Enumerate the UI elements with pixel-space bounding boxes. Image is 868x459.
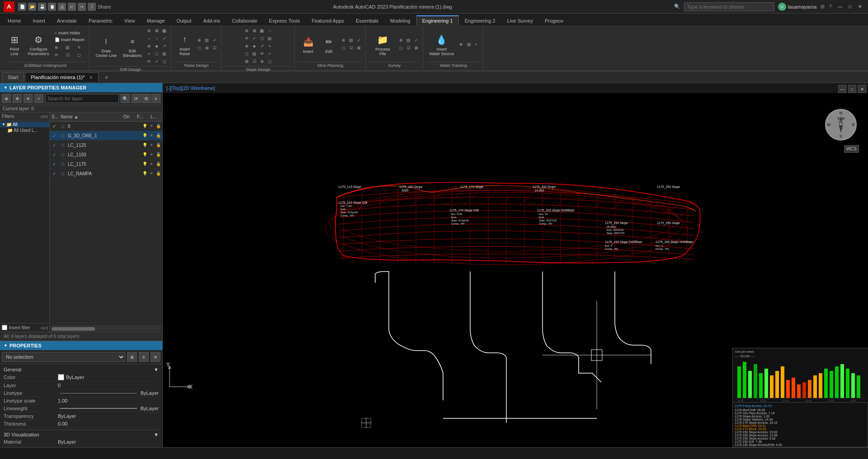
new-icon[interactable]: 📄: [18, 3, 26, 11]
layer-settings-btn[interactable]: ⚙: [142, 94, 151, 103]
viewport-maximize[interactable]: □: [848, 85, 856, 93]
survey-s1[interactable]: ⊕: [397, 37, 405, 44]
layer-row-g3d[interactable]: ✓ ◻ G_3D_ORE_1 💡 ☀ 🔓: [50, 131, 162, 141]
tab-planificacion[interactable]: Planificación minera (1)* ✕: [25, 72, 98, 82]
mp-s2[interactable]: ▤: [348, 37, 355, 44]
layer-bulb-lc1175[interactable]: 💡: [142, 161, 148, 167]
survey-s3[interactable]: ✓: [413, 37, 420, 44]
pivot-line-button[interactable]: ⊞ PivotLine: [5, 32, 24, 57]
tab-livesurvey[interactable]: Live Survey: [501, 16, 539, 25]
properties-collapse-icon[interactable]: ▼: [4, 343, 8, 348]
drift-s2[interactable]: ⊠: [153, 27, 160, 34]
raise-s4[interactable]: ◻: [196, 44, 203, 52]
layer-bulb-g3d[interactable]: 💡: [142, 132, 148, 139]
water-s2[interactable]: ▤: [465, 41, 472, 48]
filter-all-used[interactable]: 📁 All Used L...: [5, 127, 49, 133]
stope-s1[interactable]: ⊕: [243, 27, 250, 34]
tab-insert[interactable]: Insert: [27, 16, 51, 25]
raise-s5[interactable]: ⊠: [203, 44, 211, 52]
filter-all[interactable]: ▼ 📁 All: [0, 122, 49, 127]
tab-engineering1[interactable]: Engineering 1: [416, 15, 459, 25]
stope-s11[interactable]: ↗: [259, 42, 266, 50]
tab-output[interactable]: Output: [171, 16, 198, 25]
insert-water-button[interactable]: 💧 InsertWater Source: [427, 32, 457, 57]
prop-btn1[interactable]: ⊕: [127, 352, 137, 362]
layer-scrollbar[interactable]: [52, 327, 160, 331]
new-froze-layer-btn[interactable]: ❄: [13, 94, 22, 103]
redo-icon[interactable]: ↪: [78, 3, 86, 11]
tab-featured[interactable]: Featured Apps: [306, 16, 350, 25]
stope-s13[interactable]: ◻: [243, 50, 250, 57]
drift-s13[interactable]: ⟳: [146, 58, 153, 65]
layer-row-lc1150[interactable]: ✓ ◻ LC_1150 💡 ☀ 🔓: [50, 150, 162, 159]
layer-sun-lc1175[interactable]: ☀: [148, 161, 155, 167]
stope-s2[interactable]: ⊠: [251, 27, 258, 34]
layer-row-lc1175[interactable]: ✓ ◻ LC_1175 💡 ☀ 🔓: [50, 159, 162, 169]
drift-s1[interactable]: ⊕: [146, 27, 153, 34]
survey-s2[interactable]: ▤: [405, 37, 412, 44]
viewport-minimize[interactable]: —: [838, 85, 846, 93]
layer-lock-lc1150[interactable]: 🔓: [155, 151, 161, 158]
prop-value-color[interactable]: ByLayer: [58, 374, 159, 380]
stope-s19[interactable]: ⊕: [259, 58, 266, 65]
stope-s3[interactable]: ▦: [259, 27, 266, 34]
prop-3d-header[interactable]: 3D Visualization ▼: [4, 430, 159, 438]
filter-collapse2-btn[interactable]: ◁◁: [40, 325, 47, 330]
help-icon[interactable]: ?: [829, 4, 832, 10]
layer-lock-0[interactable]: 🔓: [155, 123, 161, 129]
drift-s6[interactable]: ⤢: [161, 35, 168, 42]
tab-view[interactable]: View: [118, 16, 141, 25]
drill-sub6[interactable]: ◻: [75, 52, 83, 59]
layer-sun-0[interactable]: ☀: [148, 123, 155, 129]
close-doc-tab[interactable]: ✕: [89, 75, 93, 80]
layer-search-btn[interactable]: 🔍: [121, 94, 130, 103]
undo-icon[interactable]: ↩: [68, 3, 76, 11]
tab-start[interactable]: Start: [2, 72, 24, 82]
layer-scrollbar-thumb[interactable]: [52, 327, 95, 331]
print-icon[interactable]: 🖨: [58, 3, 66, 11]
viewport-close[interactable]: ✕: [858, 85, 866, 93]
delete-layer-btn[interactable]: ✕: [24, 94, 33, 103]
mp-s4[interactable]: ◻: [340, 44, 347, 52]
layer-lock-lc1125[interactable]: 🔓: [155, 142, 161, 148]
stope-s10[interactable]: ◈: [251, 42, 258, 50]
raise-s2[interactable]: ▤: [203, 37, 211, 44]
survey-s4[interactable]: ◻: [397, 44, 405, 52]
layer-bulb-lc1125[interactable]: 💡: [142, 142, 148, 148]
tab-progeox[interactable]: Progeox: [539, 16, 569, 25]
stope-s12[interactable]: ⌖: [266, 42, 274, 50]
edit-mp-button[interactable]: ✏ Edit: [319, 34, 339, 55]
tab-home[interactable]: Home: [2, 16, 27, 25]
layer-manager-collapse-icon[interactable]: ▼: [4, 85, 8, 90]
drill-sub5[interactable]: ☑: [64, 52, 71, 59]
prop-btn3[interactable]: ✕: [151, 352, 160, 362]
share-icon[interactable]: ⤴: [88, 3, 96, 11]
prop-selector[interactable]: No selection: [2, 352, 125, 362]
layer-search-input[interactable]: [45, 94, 119, 103]
layer-row-lcrampa[interactable]: ✓ ◻ LC_RAMPA 💡 ☀ 🔓: [50, 169, 162, 178]
layer-more-btn[interactable]: ≡: [151, 94, 160, 103]
water-s1[interactable]: ⊕: [458, 41, 465, 48]
drift-s5[interactable]: ↕: [153, 35, 160, 42]
prop-btn2[interactable]: ≡: [139, 352, 149, 362]
stope-s6[interactable]: ✓: [251, 35, 258, 42]
stope-s7[interactable]: ◻: [259, 35, 266, 42]
stope-s9[interactable]: ⊕: [243, 42, 250, 50]
drill-sub3[interactable]: ✎: [75, 44, 83, 51]
stope-s14[interactable]: ▤: [251, 50, 258, 57]
save-as-icon[interactable]: 📋: [48, 3, 56, 11]
raise-s1[interactable]: ⊕: [196, 37, 203, 44]
drift-s7[interactable]: ⊕: [146, 42, 153, 50]
mp-s3[interactable]: ✓: [355, 37, 363, 44]
mp-s6[interactable]: ⊠: [355, 44, 363, 52]
process-file-button[interactable]: 📁 ProcessFile: [369, 32, 396, 57]
tab-parametric[interactable]: Parametric: [83, 16, 118, 25]
stope-s15[interactable]: ⟳: [259, 50, 266, 57]
stope-s20[interactable]: ◻: [266, 58, 274, 65]
tab-manage[interactable]: Manage: [141, 16, 171, 25]
layer-bulb-0[interactable]: 💡: [142, 123, 148, 129]
insert-report-button[interactable]: 📄 Insert Report: [53, 37, 86, 43]
layer-lock-lcrampa[interactable]: 🔓: [155, 170, 161, 177]
minimize-button[interactable]: —: [835, 2, 844, 11]
drift-s15[interactable]: ◻: [161, 58, 168, 65]
